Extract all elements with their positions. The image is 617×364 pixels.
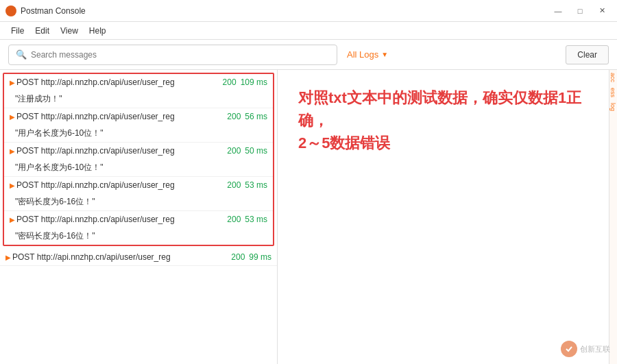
annotation-panel: 对照txt文本中的测试数据，确实仅数据1正确， 2～5数据错误 bbox=[278, 70, 609, 364]
right-bar-label2: ess bbox=[609, 85, 617, 100]
search-box[interactable]: 🔍 bbox=[8, 45, 337, 65]
annotation-text: 对照txt文本中的测试数据，确实仅数据1正确， 2～5数据错误 bbox=[298, 86, 588, 154]
menu-file[interactable]: File bbox=[5, 25, 29, 37]
window-title: Postman Console bbox=[21, 6, 548, 16]
arrow-icon-4: ▶ bbox=[10, 182, 15, 189]
svg-point-1 bbox=[564, 344, 574, 354]
watermark-text: 创新互联 bbox=[580, 344, 610, 354]
request-url-3: POST http://api.nnzhp.cn/api/user/user_r… bbox=[16, 146, 224, 156]
menu-edit[interactable]: Edit bbox=[29, 25, 55, 37]
log-entry-1: ▶ POST http://api.nnzhp.cn/api/user/user… bbox=[4, 74, 273, 108]
logs-panel: ▶ POST http://api.nnzhp.cn/api/user/user… bbox=[0, 70, 278, 364]
log-entry-3: ▶ POST http://api.nnzhp.cn/api/user/user… bbox=[4, 143, 273, 177]
log-response-3: "用户名长度为6-10位！" bbox=[4, 159, 273, 176]
status-badge-5: 200 bbox=[227, 215, 241, 224]
toolbar: 🔍 All Logs ▼ Clear bbox=[0, 40, 617, 70]
log-entry-4: ▶ POST http://api.nnzhp.cn/api/user/user… bbox=[4, 177, 273, 211]
log-request-row-1[interactable]: ▶ POST http://api.nnzhp.cn/api/user/user… bbox=[4, 74, 273, 90]
close-button[interactable]: ✕ bbox=[592, 3, 612, 19]
log-response-1: "注册成功！" bbox=[4, 90, 273, 108]
arrow-icon-1: ▶ bbox=[10, 79, 15, 86]
log-request-row-3[interactable]: ▶ POST http://api.nnzhp.cn/api/user/user… bbox=[4, 143, 273, 159]
menubar: File Edit View Help bbox=[0, 22, 617, 40]
all-logs-button[interactable]: All Logs ▼ bbox=[347, 49, 388, 60]
time-badge-extra: 99 ms bbox=[249, 252, 271, 262]
status-badge-2: 200 bbox=[227, 112, 241, 121]
arrow-icon-3: ▶ bbox=[10, 147, 15, 155]
all-logs-label: All Logs bbox=[347, 49, 378, 60]
log-entry-2: ▶ POST http://api.nnzhp.cn/api/user/user… bbox=[4, 108, 273, 143]
log-response-4: "密码长度为6-16位！" bbox=[4, 193, 273, 210]
clear-button[interactable]: Clear bbox=[566, 45, 609, 64]
watermark: 创新互联 bbox=[561, 341, 610, 357]
time-badge-4: 53 ms bbox=[245, 180, 267, 190]
request-url-4: POST http://api.nnzhp.cn/api/user/user_r… bbox=[16, 180, 224, 190]
annotation-line2: 2～5数据错误 bbox=[298, 134, 390, 151]
svg-point-0 bbox=[8, 8, 14, 14]
right-bar-label3: log bbox=[609, 100, 617, 114]
red-bordered-log-group: ▶ POST http://api.nnzhp.cn/api/user/user… bbox=[3, 73, 274, 246]
request-url-extra: POST http://api.nnzhp.cn/api/user/user_r… bbox=[12, 252, 228, 262]
menu-help[interactable]: Help bbox=[84, 25, 112, 37]
watermark-logo bbox=[561, 341, 577, 357]
minimize-button[interactable]: — bbox=[548, 3, 568, 19]
time-badge-1: 109 ms bbox=[241, 77, 267, 87]
annotation-line1: 对照txt文本中的测试数据，确实仅数据1正确， bbox=[298, 89, 581, 129]
status-badge-4: 200 bbox=[227, 180, 241, 190]
log-response-2: "用户名长度为6-10位！" bbox=[4, 125, 273, 142]
search-icon: 🔍 bbox=[16, 49, 27, 60]
main-content: ▶ POST http://api.nnzhp.cn/api/user/user… bbox=[0, 70, 617, 364]
request-url-1: POST http://api.nnzhp.cn/api/user/user_r… bbox=[16, 77, 220, 87]
restore-button[interactable]: □ bbox=[570, 3, 590, 19]
request-url-5: POST http://api.nnzhp.cn/api/user/user_r… bbox=[16, 215, 224, 224]
time-badge-5: 53 ms bbox=[245, 215, 267, 224]
log-request-row-extra[interactable]: ▶ POST http://api.nnzhp.cn/api/user/user… bbox=[0, 249, 277, 265]
log-response-5: "密码长度为6-16位！" bbox=[4, 228, 273, 245]
log-entry-extra: ▶ POST http://api.nnzhp.cn/api/user/user… bbox=[0, 249, 277, 266]
status-badge-extra: 200 bbox=[231, 252, 245, 262]
window-controls: — □ ✕ bbox=[548, 3, 612, 19]
log-request-row-2[interactable]: ▶ POST http://api.nnzhp.cn/api/user/user… bbox=[4, 108, 273, 125]
right-bar-label1: acc bbox=[609, 70, 617, 85]
app-icon bbox=[5, 5, 16, 16]
time-badge-3: 50 ms bbox=[245, 146, 267, 156]
search-input[interactable] bbox=[31, 50, 330, 60]
log-request-row-4[interactable]: ▶ POST http://api.nnzhp.cn/api/user/user… bbox=[4, 177, 273, 193]
time-badge-2: 56 ms bbox=[245, 112, 267, 121]
arrow-icon-extra: ▶ bbox=[5, 254, 11, 261]
arrow-icon-5: ▶ bbox=[10, 216, 15, 223]
log-request-row-5[interactable]: ▶ POST http://api.nnzhp.cn/api/user/user… bbox=[4, 211, 273, 228]
right-sidebar: acc ess log bbox=[609, 70, 617, 364]
log-entry-5: ▶ POST http://api.nnzhp.cn/api/user/user… bbox=[4, 211, 273, 245]
titlebar: Postman Console — □ ✕ bbox=[0, 0, 617, 22]
chevron-down-icon: ▼ bbox=[381, 51, 388, 58]
arrow-icon-2: ▶ bbox=[10, 113, 15, 121]
menu-view[interactable]: View bbox=[55, 25, 84, 37]
status-badge-1: 200 bbox=[223, 77, 237, 87]
request-url-2: POST http://api.nnzhp.cn/api/user/user_r… bbox=[16, 112, 224, 121]
status-badge-3: 200 bbox=[227, 146, 241, 156]
